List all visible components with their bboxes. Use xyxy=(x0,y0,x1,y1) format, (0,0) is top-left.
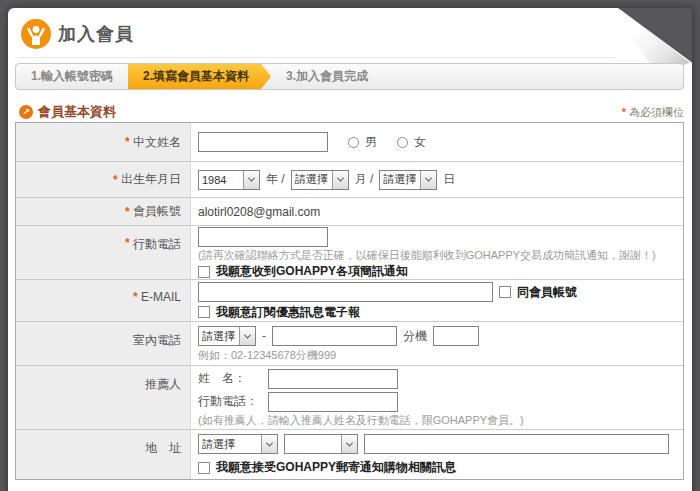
row-mobile-phone: * 行動電話 (請再次確認聯絡方式是否正確，以確保日後能順利收到GOHAPPY交… xyxy=(16,225,683,279)
extension-input[interactable] xyxy=(433,326,479,346)
email-label: * E-MAIL xyxy=(16,280,191,321)
birth-date-cell: 1984 年 / 請選擇 月 / 請選擇 日 xyxy=(191,162,683,197)
extension-label: 分機 xyxy=(403,328,427,345)
referrer-phone-input[interactable] xyxy=(268,392,398,412)
label-text: 室內電話 xyxy=(133,332,181,365)
email-cell: 同會員帳號 我願意訂閱優惠訊息電子報 xyxy=(191,280,683,321)
step-wizard: 1.輸入帳號密碼 2.填寫會員基本資料 3.加入會員完成 xyxy=(15,63,684,90)
home-phone-cell: 請選擇 - 分機 例如：02-12345678分機999 xyxy=(191,322,683,365)
newsletter-label: 我願意訂閱優惠訊息電子報 xyxy=(216,304,360,321)
phone-dash: - xyxy=(262,329,266,343)
page-header: 加入會員 xyxy=(21,19,134,49)
row-home-phone: 室內電話 請選擇 - 分機 例如：02-12345678分機999 xyxy=(16,321,683,365)
mobile-phone-input[interactable] xyxy=(198,227,328,247)
birth-date-label: * 出生年月日 xyxy=(16,162,191,197)
label-text: 出生年月日 xyxy=(121,171,181,188)
home-phone-input[interactable] xyxy=(272,326,397,346)
same-as-account-checkbox[interactable] xyxy=(499,286,511,298)
referrer-phone-label: 行動電話： xyxy=(198,393,262,410)
member-form-table: * 中文姓名 男 女 * 出生年月日 1984 年 / xyxy=(15,122,684,480)
birth-month-value: 請選擇 xyxy=(292,172,332,187)
member-account-cell: alotirl0208@gmail.com xyxy=(191,198,683,225)
address-cell: 請選擇 我願意接受GOHAPPY郵寄通知購物相關訊息 xyxy=(191,430,683,479)
mail-optin-checkbox[interactable] xyxy=(198,462,210,474)
page-title: 加入會員 xyxy=(58,22,134,46)
dropdown-arrow-icon xyxy=(243,171,259,189)
required-asterisk: * xyxy=(113,173,118,187)
member-account-value: alotirl0208@gmail.com xyxy=(198,205,320,219)
sms-optin-label: 我願意收到GOHAPPY各項簡訊通知 xyxy=(216,263,408,280)
label-text: 地 址 xyxy=(145,440,181,479)
same-as-account-label: 同會員帳號 xyxy=(517,284,577,301)
required-asterisk: * xyxy=(133,290,138,321)
dropdown-arrow-icon xyxy=(420,171,436,189)
row-chinese-name: * 中文姓名 男 女 xyxy=(16,123,683,161)
arrow-bullet-icon: ↗ xyxy=(19,105,33,119)
label-text: 中文姓名 xyxy=(133,134,181,151)
required-fields-note: * 為必須欄位 xyxy=(622,105,684,120)
referrer-cell: 姓 名： 行動電話： (如有推薦人，請輸入推薦人姓名及行動電話，限GOHAPPY… xyxy=(191,366,683,429)
step-3-complete[interactable]: 3.加入會員完成 xyxy=(271,64,383,89)
gender-male-radio[interactable] xyxy=(348,137,359,148)
row-email: * E-MAIL 同會員帳號 我願意訂閱優惠訊息電子報 xyxy=(16,279,683,321)
row-referrer: 推薦人 姓 名： 行動電話： (如有推薦人，請輸入推薦人姓名及行動電話，限GOH… xyxy=(16,365,683,429)
step-2-basic-info[interactable]: 2.填寫會員基本資料 xyxy=(128,64,271,89)
month-unit: 月 / xyxy=(355,171,374,188)
row-address: 地 址 請選擇 我願意接受GOHAPPY郵寄通知購物相關訊息 xyxy=(16,429,683,479)
area-code-value: 請選擇 xyxy=(199,329,239,344)
required-asterisk: * xyxy=(125,236,130,279)
day-unit: 日 xyxy=(443,171,455,188)
chinese-name-label: * 中文姓名 xyxy=(16,123,191,161)
row-member-account: * 會員帳號 alotirl0208@gmail.com xyxy=(16,197,683,225)
label-text: 會員帳號 xyxy=(133,203,181,220)
dropdown-arrow-icon xyxy=(332,171,348,189)
address-city-select[interactable]: 請選擇 xyxy=(198,434,278,454)
dropdown-arrow-icon xyxy=(239,327,255,345)
content-page: 加入會員 1.輸入帳號密碼 2.填寫會員基本資料 3.加入會員完成 ↗ 會員基本… xyxy=(8,8,692,491)
section-header: ↗ 會員基本資料 * 為必須欄位 xyxy=(19,103,684,121)
gender-male-label: 男 xyxy=(365,134,377,151)
required-asterisk: * xyxy=(622,106,626,118)
gender-female-radio[interactable] xyxy=(397,137,408,148)
chinese-name-input[interactable] xyxy=(198,132,328,152)
year-unit: 年 / xyxy=(266,171,285,188)
mobile-confirm-note: (請再次確認聯絡方式是否正確，以確保日後能順利收到GOHAPPY交易成功簡訊通知… xyxy=(198,248,656,263)
label-text: 推薦人 xyxy=(145,376,181,429)
chinese-name-cell: 男 女 xyxy=(191,123,683,161)
mobile-phone-cell: (請再次確認聯絡方式是否正確，以確保日後能順利收到GOHAPPY交易成功簡訊通知… xyxy=(191,226,683,279)
address-district-select[interactable] xyxy=(284,434,358,454)
step-1-account[interactable]: 1.輸入帳號密碼 xyxy=(16,64,128,89)
required-asterisk: * xyxy=(125,205,130,219)
member-person-icon xyxy=(21,19,51,49)
label-text: 行動電話 xyxy=(133,236,181,279)
mobile-phone-label: * 行動電話 xyxy=(16,226,191,279)
gender-female-label: 女 xyxy=(414,134,426,151)
referrer-label: 推薦人 xyxy=(16,366,191,429)
dropdown-arrow-icon xyxy=(341,435,357,453)
section-title: 會員基本資料 xyxy=(38,103,116,121)
referrer-note: (如有推薦人，請輸入推薦人姓名及行動電話，限GOHAPPY會員。) xyxy=(198,413,524,428)
page-curl-decoration xyxy=(618,8,692,70)
row-birth-date: * 出生年月日 1984 年 / 請選擇 月 / 請選擇 日 xyxy=(16,161,683,197)
area-code-select[interactable]: 請選擇 xyxy=(198,326,256,346)
birth-month-select[interactable]: 請選擇 xyxy=(291,170,349,190)
address-city-value: 請選擇 xyxy=(199,437,261,452)
birth-year-value: 1984 xyxy=(199,174,243,186)
required-asterisk: * xyxy=(125,135,130,149)
birth-day-value: 請選擇 xyxy=(380,172,420,187)
address-street-input[interactable] xyxy=(364,434,669,454)
mail-optin-label: 我願意接受GOHAPPY郵寄通知購物相關訊息 xyxy=(216,459,456,476)
required-note-text: 為必須欄位 xyxy=(629,106,684,118)
label-text: E-MAIL xyxy=(141,290,181,321)
referrer-name-input[interactable] xyxy=(268,369,398,389)
newsletter-checkbox[interactable] xyxy=(198,306,210,318)
birth-year-select[interactable]: 1984 xyxy=(198,170,260,190)
email-input[interactable] xyxy=(198,282,493,302)
referrer-name-label: 姓 名： xyxy=(198,370,262,387)
home-phone-example: 例如：02-12345678分機999 xyxy=(198,348,336,363)
dropdown-arrow-icon xyxy=(261,435,277,453)
member-account-label: * 會員帳號 xyxy=(16,198,191,225)
address-label: 地 址 xyxy=(16,430,191,479)
birth-day-select[interactable]: 請選擇 xyxy=(379,170,437,190)
sms-optin-checkbox[interactable] xyxy=(198,266,210,278)
